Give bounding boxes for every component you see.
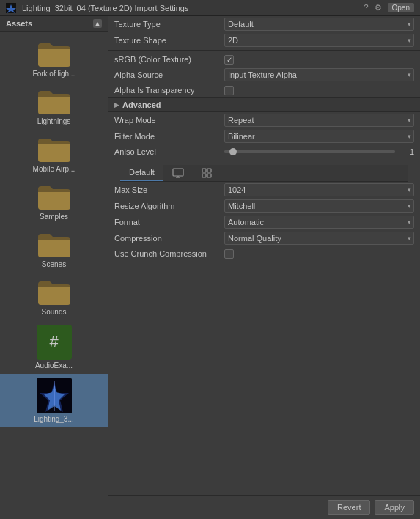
sidebar-item-fork-of-ligh[interactable]: Fork of ligh...	[0, 34, 108, 82]
platform-tabs: Default	[120, 165, 408, 182]
title-bar: Lighting_32bit_04 (Texture 2D) Import Se…	[0, 0, 420, 16]
texture-thumb-icon	[6, 3, 16, 13]
compression-label: Compression	[114, 234, 224, 243]
svg-rect-3	[173, 169, 183, 176]
inspector: Texture Type Default Texture Shape 2D	[108, 16, 420, 519]
filter-mode-row: Filter Mode Bilinear	[108, 128, 420, 144]
main-layout: Assets ▲ Fork of ligh... Lightnings	[0, 16, 420, 519]
sidebar-item-sounds[interactable]: Sounds	[0, 273, 108, 320]
srgb-value	[224, 55, 414, 65]
max-size-value: 1024	[224, 183, 414, 196]
advanced-header[interactable]: ▶ Advanced	[108, 97, 420, 112]
inspector-content: Texture Type Default Texture Shape 2D	[108, 16, 420, 495]
advanced-label: Advanced	[122, 100, 161, 109]
alpha-transparency-checkbox[interactable]	[224, 86, 234, 95]
alpha-transparency-label: Alpha Is Transparency	[114, 86, 224, 95]
svg-rect-6	[202, 169, 206, 172]
texture-type-row: Texture Type Default	[108, 16, 420, 32]
sidebar-item-label: Scenes	[25, 260, 84, 268]
sidebar-item-audio-exa[interactable]: # AudioExa...	[0, 320, 108, 374]
revert-button[interactable]: Revert	[328, 500, 370, 515]
aniso-level-row: Aniso Level 1	[108, 144, 420, 159]
folder-icon	[37, 229, 72, 259]
wrap-mode-value: Repeat	[224, 114, 414, 127]
format-row: Format Automatic	[108, 214, 420, 230]
folder-icon	[37, 39, 72, 68]
use-crunch-checkbox[interactable]	[224, 249, 234, 259]
alpha-source-value: Input Texture Alpha	[224, 68, 414, 81]
format-select[interactable]: Automatic	[224, 216, 414, 229]
grid-icon	[202, 168, 212, 178]
svg-rect-7	[207, 169, 211, 172]
sidebar-item-lightnings[interactable]: Lightnings	[0, 82, 108, 130]
apply-button[interactable]: Apply	[375, 500, 414, 515]
sidebar-item-label: AudioExa...	[25, 361, 84, 369]
sidebar: Assets ▲ Fork of ligh... Lightnings	[0, 16, 108, 519]
sidebar-header: Assets ▲	[0, 16, 108, 32]
sidebar-item-label: Samples	[25, 213, 84, 221]
svg-rect-9	[207, 174, 211, 177]
wrap-mode-dropdown-container: Repeat	[224, 114, 414, 127]
alpha-source-dropdown-container: Input Texture Alpha	[224, 68, 414, 81]
filter-mode-select[interactable]: Bilinear	[224, 130, 414, 143]
max-size-dropdown-container: 1024	[224, 183, 414, 196]
tab-default[interactable]: Default	[120, 165, 163, 181]
compression-row: Compression Normal Quality	[108, 230, 420, 246]
divider-1	[108, 50, 420, 51]
sidebar-item-lighting-3[interactable]: Lighting_3...	[0, 374, 108, 427]
use-crunch-label: Use Crunch Compression	[114, 249, 224, 258]
compression-value: Normal Quality	[224, 232, 414, 245]
format-value: Automatic	[224, 216, 414, 229]
sidebar-item-label: Sounds	[25, 308, 84, 316]
alpha-transparency-row: Alpha Is Transparency	[108, 83, 420, 97]
texture-shape-value: 2D	[224, 34, 414, 47]
texture-type-label: Texture Type	[114, 20, 224, 29]
wrap-mode-select[interactable]: Repeat	[224, 114, 414, 127]
alpha-source-select[interactable]: Input Texture Alpha	[224, 68, 414, 81]
texture-shape-select[interactable]: 2D	[224, 34, 414, 47]
sidebar-toggle[interactable]: ▲	[93, 19, 102, 28]
open-button[interactable]: Open	[388, 3, 414, 12]
window-title: Lighting_32bit_04 (Texture 2D) Import Se…	[22, 4, 364, 12]
slider-track	[224, 150, 395, 153]
aniso-level-value: 1	[224, 147, 414, 156]
compression-select[interactable]: Normal Quality	[224, 232, 414, 245]
texture-shape-row: Texture Shape 2D	[108, 32, 420, 48]
tab-grid[interactable]	[193, 165, 221, 181]
tab-default-label: Default	[129, 168, 155, 177]
resize-algorithm-select[interactable]: Mitchell	[224, 199, 414, 213]
texture-type-select[interactable]: Default	[224, 18, 414, 31]
help-icon[interactable]: ?	[364, 3, 368, 12]
advanced-arrow-icon: ▶	[114, 101, 119, 108]
folder-icon	[37, 182, 72, 211]
tab-monitor[interactable]	[163, 165, 193, 181]
resize-algorithm-label: Resize Algorithm	[114, 202, 224, 210]
settings-icon[interactable]: ⚙	[375, 3, 382, 12]
sidebar-item-scenes[interactable]: Scenes	[0, 225, 108, 273]
resize-algorithm-dropdown-container: Mitchell	[224, 199, 414, 213]
sidebar-item-samples[interactable]: Samples	[0, 177, 108, 225]
sidebar-item-mobile-airp[interactable]: Mobile Airp...	[0, 130, 108, 177]
texture-type-dropdown-container: Default	[224, 18, 414, 31]
sidebar-item-label: Lighting_3...	[25, 415, 84, 423]
wrap-mode-label: Wrap Mode	[114, 116, 224, 125]
resize-algorithm-row: Resize Algorithm Mitchell	[108, 198, 420, 214]
srgb-label: sRGB (Color Texture)	[114, 55, 224, 64]
format-label: Format	[114, 218, 224, 227]
filter-mode-dropdown-container: Bilinear	[224, 130, 414, 143]
texture-type-value: Default	[224, 18, 414, 31]
aniso-slider[interactable]	[224, 150, 395, 153]
platform-tabs-container: Default	[108, 159, 420, 182]
slider-thumb[interactable]	[229, 148, 237, 155]
alpha-transparency-value	[224, 86, 414, 95]
texture-shape-dropdown-container: 2D	[224, 34, 414, 47]
max-size-select[interactable]: 1024	[224, 183, 414, 196]
srgb-checkbox[interactable]	[224, 55, 234, 65]
filter-mode-value: Bilinear	[224, 130, 414, 143]
sidebar-item-label: Fork of ligh...	[25, 70, 84, 78]
svg-rect-8	[202, 174, 206, 177]
folder-icon	[37, 86, 72, 116]
sidebar-item-label: Mobile Airp...	[25, 165, 84, 173]
compression-dropdown-container: Normal Quality	[224, 232, 414, 245]
max-size-label: Max Size	[114, 185, 224, 194]
